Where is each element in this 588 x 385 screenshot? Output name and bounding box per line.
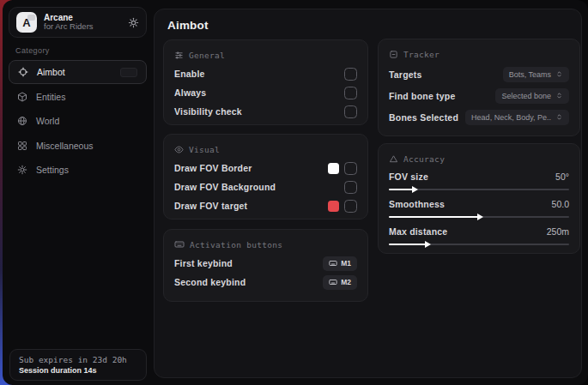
gear-icon xyxy=(17,165,27,175)
sidebar-item-label: World xyxy=(36,116,59,126)
fov-border-checkbox[interactable] xyxy=(344,162,357,175)
crosshair-icon xyxy=(18,67,28,77)
gear-icon[interactable] xyxy=(128,17,139,28)
sliders-icon xyxy=(174,51,184,60)
setting-row: Draw FOV Border xyxy=(174,159,357,177)
setting-row: Always xyxy=(174,83,357,102)
mouse-icon xyxy=(329,278,337,286)
section-title: Visual xyxy=(189,145,220,154)
setting-row: Visibility check xyxy=(174,102,357,121)
section-title: Accuracy xyxy=(403,154,445,164)
slider-value: 50.0 xyxy=(552,199,569,209)
visibility-check-checkbox[interactable] xyxy=(344,105,357,118)
select-value: Bots, Teams xyxy=(509,70,551,79)
fov-size-slider[interactable] xyxy=(389,189,569,190)
slider-thumb[interactable] xyxy=(477,214,483,220)
scan-icon xyxy=(389,50,398,59)
select-value: Head, Neck, Body, Pe.. xyxy=(471,113,551,122)
color-swatch[interactable] xyxy=(328,163,339,174)
second-keybind-button[interactable]: M2 xyxy=(323,275,357,290)
accuracy-card: Accuracy FOV size 50° Smoothness 50.0 xyxy=(378,143,580,254)
keyboard-icon xyxy=(174,239,185,250)
sidebar-item-world[interactable]: World xyxy=(9,109,147,133)
tracker-card: Tracker Targets Bots, Teams Fin xyxy=(378,39,580,136)
app-window: A Arcane for Arc Riders Category Aimbot xyxy=(3,0,588,385)
max-distance-slider[interactable] xyxy=(389,244,569,245)
nav-item-badge xyxy=(120,68,137,77)
visual-card: Visual Draw FOV Border Draw FOV Backgrou… xyxy=(163,134,368,220)
slider-group: FOV size 50° xyxy=(389,168,569,190)
slider-group: Smoothness 50.0 xyxy=(389,196,569,218)
sidebar-item-entities[interactable]: Entities xyxy=(9,85,147,109)
triangle-icon xyxy=(389,154,398,164)
sidebar-item-miscellaneous[interactable]: Miscellaneous xyxy=(9,134,147,158)
main-panel: Aimbot General Enable Always xyxy=(154,9,582,378)
fov-target-checkbox[interactable] xyxy=(344,200,357,213)
general-card: General Enable Always Visibility check xyxy=(163,39,368,125)
chevrons-up-down-icon xyxy=(555,70,563,78)
setting-row: Bones Selected Head, Neck, Body, Pe.. xyxy=(389,106,569,128)
slider-value: 50° xyxy=(555,171,569,182)
section-title: General xyxy=(189,51,225,60)
section-title: Activation buttons xyxy=(190,240,282,250)
keybind-value: M1 xyxy=(341,259,351,268)
fov-background-checkbox[interactable] xyxy=(344,181,357,194)
slider-value: 250m xyxy=(547,226,569,237)
globe-icon xyxy=(17,116,27,126)
setting-row: Draw FOV target xyxy=(174,196,357,215)
slider-group: Max distance 250m xyxy=(389,223,569,245)
enable-checkbox[interactable] xyxy=(344,68,357,81)
sidebar-item-aimbot[interactable]: Aimbot xyxy=(9,60,147,84)
slider-thumb[interactable] xyxy=(412,186,418,193)
page-title: Aimbot xyxy=(167,19,209,32)
find-bone-type-select[interactable]: Selected bone xyxy=(495,88,569,104)
chevrons-up-down-icon xyxy=(555,92,563,99)
sidebar-item-label: Miscellaneous xyxy=(36,141,94,151)
subscription-card: Sub expires in 23d 20h Session duration … xyxy=(9,349,147,381)
session-duration-text: Session duration 14s xyxy=(19,366,137,375)
setting-row: Targets Bots, Teams xyxy=(389,63,569,85)
first-keybind-button[interactable]: M1 xyxy=(323,256,357,271)
cube-icon xyxy=(17,92,27,102)
chevrons-up-down-icon xyxy=(555,113,563,121)
sidebar-item-label: Entities xyxy=(36,92,65,102)
setting-row: Draw FOV Background xyxy=(174,177,357,196)
setting-row: Second keybind M2 xyxy=(174,273,357,292)
section-title: Tracker xyxy=(403,50,439,59)
mouse-icon xyxy=(329,259,337,268)
category-label: Category xyxy=(15,46,50,55)
always-checkbox[interactable] xyxy=(344,87,357,99)
app-header-card: A Arcane for Arc Riders xyxy=(9,7,147,38)
eye-icon xyxy=(174,145,184,154)
setting-row: Find bone type Selected bone xyxy=(389,85,569,106)
sidebar-item-label: Settings xyxy=(36,165,69,175)
smoothness-slider[interactable] xyxy=(389,216,569,218)
sidebar-item-label: Aimbot xyxy=(37,67,65,77)
activation-card: Activation buttons First keybind M1 xyxy=(163,229,368,302)
select-value: Selected bone xyxy=(501,92,551,100)
keybind-value: M2 xyxy=(341,278,351,286)
sub-expiry-text: Sub expires in 23d 20h xyxy=(19,355,137,364)
setting-row: Enable xyxy=(174,64,357,83)
bones-selected-select[interactable]: Head, Neck, Body, Pe.. xyxy=(465,110,569,125)
app-subtitle: for Arc Riders xyxy=(44,22,121,32)
sidebar-item-settings[interactable]: Settings xyxy=(9,158,147,182)
grid-icon xyxy=(17,141,27,151)
avatar-letter: A xyxy=(22,16,30,29)
color-swatch[interactable] xyxy=(328,201,339,212)
avatar: A xyxy=(16,12,37,33)
setting-row: First keybind M1 xyxy=(174,254,357,273)
slider-thumb[interactable] xyxy=(425,241,431,248)
targets-select[interactable]: Bots, Teams xyxy=(503,67,569,82)
